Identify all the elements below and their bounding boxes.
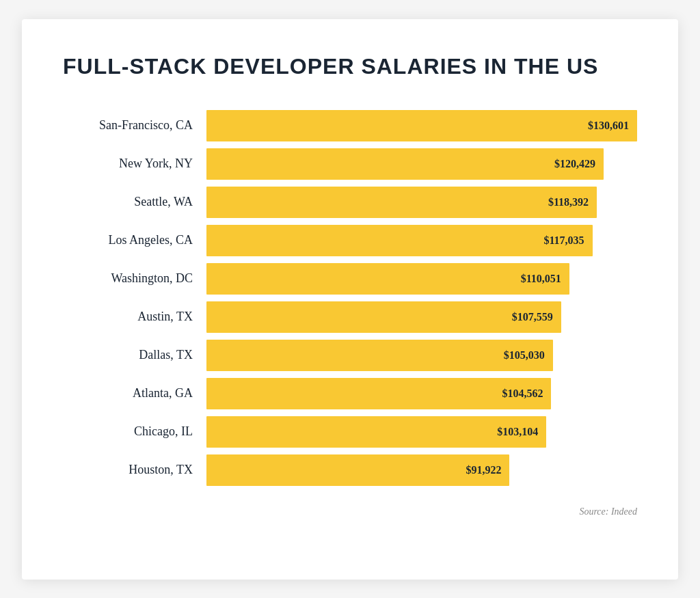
chart-area: San-Francisco, CA$130,601New York, NY$12… [63,110,637,493]
salary-bar: $118,392 [206,187,597,218]
salary-value: $118,392 [548,196,589,208]
salary-bar: $120,429 [206,148,604,180]
bar-container: $130,601 [206,110,637,141]
salary-value: $107,559 [512,311,553,323]
city-label: Austin, TX [63,310,206,324]
city-label: Houston, TX [63,463,206,477]
salary-bar: $107,559 [206,301,561,333]
bar-container: $107,559 [206,301,637,333]
bar-container: $91,922 [206,454,637,486]
bar-container: $103,104 [206,416,637,448]
salary-value: $110,051 [521,273,561,285]
salary-bar: $117,035 [206,225,593,256]
salary-bar: $130,601 [206,110,637,141]
city-label: Washington, DC [63,271,206,286]
city-label: Atlanta, GA [63,386,206,400]
city-label: New York, NY [63,157,206,171]
salary-bar: $103,104 [206,416,546,448]
bar-row: Austin, TX$107,559 [63,301,637,333]
salary-bar: $91,922 [206,454,509,486]
bar-container: $105,030 [206,340,637,371]
salary-bar: $110,051 [206,263,569,295]
source-credit: Source: Indeed [63,506,637,517]
salary-bar: $105,030 [206,340,553,371]
salary-value: $103,104 [497,426,538,438]
bar-row: Seattle, WA$118,392 [63,187,637,218]
salary-bar: $104,562 [206,378,551,409]
city-label: San-Francisco, CA [63,118,206,133]
bar-row: New York, NY$120,429 [63,148,637,180]
bar-row: Houston, TX$91,922 [63,454,637,486]
bar-row: Washington, DC$110,051 [63,263,637,295]
city-label: Chicago, IL [63,424,206,439]
bar-container: $120,429 [206,148,637,180]
bar-row: San-Francisco, CA$130,601 [63,110,637,141]
salary-value: $120,429 [554,158,595,170]
bar-container: $104,562 [206,378,637,409]
salary-value: $117,035 [543,234,584,247]
bar-container: $117,035 [206,225,637,256]
bar-row: Los Angeles, CA$117,035 [63,225,637,256]
salary-value: $104,562 [502,388,543,400]
bar-container: $110,051 [206,263,637,295]
city-label: Los Angeles, CA [63,233,206,247]
salary-value: $105,030 [504,349,545,362]
city-label: Seattle, WA [63,195,206,209]
salary-value: $91,922 [466,464,501,476]
bar-row: Atlanta, GA$104,562 [63,378,637,409]
bar-row: Dallas, TX$105,030 [63,340,637,371]
bar-row: Chicago, IL$103,104 [63,416,637,448]
bar-container: $118,392 [206,187,637,218]
chart-title: FULL-STACK DEVELOPER SALARIES IN THE US [63,53,637,79]
city-label: Dallas, TX [63,348,206,362]
chart-card: FULL-STACK DEVELOPER SALARIES IN THE US … [22,19,678,580]
salary-value: $130,601 [588,120,629,132]
